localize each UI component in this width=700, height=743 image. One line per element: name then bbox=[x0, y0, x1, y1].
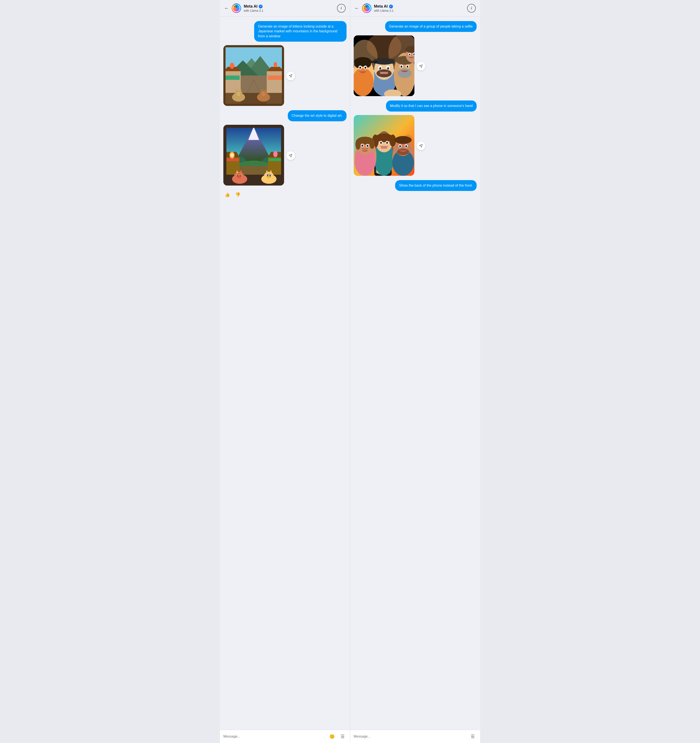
right-ai-title: Meta AI ✓ bbox=[374, 4, 465, 9]
svg-rect-145 bbox=[381, 146, 387, 149]
svg-point-150 bbox=[356, 139, 360, 150]
svg-point-143 bbox=[380, 142, 382, 144]
left-share-2-button[interactable] bbox=[286, 151, 295, 160]
svg-rect-40 bbox=[269, 158, 283, 161]
left-messages-area: Generate an image of kittens looking out… bbox=[220, 17, 350, 730]
left-share-1-button[interactable] bbox=[286, 72, 295, 80]
svg-rect-91 bbox=[380, 72, 388, 74]
svg-rect-46 bbox=[223, 125, 284, 128]
right-msg-2-row: Modify it so that I can see a phone in s… bbox=[354, 101, 477, 111]
svg-point-144 bbox=[386, 142, 388, 144]
right-verified-badge: ✓ bbox=[389, 4, 393, 9]
svg-rect-39 bbox=[224, 158, 239, 161]
left-user-bubble-1: Generate an image of kittens looking out… bbox=[254, 21, 347, 41]
right-user-bubble-1: Generate an image of a group of people t… bbox=[385, 21, 477, 32]
svg-marker-165 bbox=[419, 144, 422, 147]
left-chat-panel: ← Meta AI ✓ with Llama 3.1 i Generate an… bbox=[220, 0, 350, 743]
left-msg-1-row: Generate an image of kittens looking out… bbox=[223, 21, 347, 41]
svg-point-70 bbox=[267, 175, 268, 176]
left-header-info: Meta AI ✓ with Llama 3.1 bbox=[244, 4, 334, 12]
left-image-2-container bbox=[223, 125, 284, 186]
svg-point-58 bbox=[237, 175, 238, 176]
left-thumbdown-button[interactable]: 👎 bbox=[234, 191, 242, 198]
svg-point-99 bbox=[407, 65, 408, 68]
svg-point-21 bbox=[237, 92, 240, 96]
svg-point-59 bbox=[240, 175, 241, 176]
svg-point-151 bbox=[369, 139, 375, 149]
left-feedback-row: 👍 👎 bbox=[223, 190, 242, 200]
svg-rect-117 bbox=[387, 90, 398, 96]
left-message-input[interactable] bbox=[223, 734, 326, 739]
right-share-2-button[interactable] bbox=[416, 142, 425, 150]
svg-point-11 bbox=[230, 63, 234, 69]
right-image-1[interactable] bbox=[354, 36, 414, 96]
left-user-bubble-2: Change the art style to digital art. bbox=[288, 110, 347, 121]
left-verified-badge: ✓ bbox=[259, 4, 263, 9]
right-ai-name: Meta AI bbox=[374, 4, 388, 9]
left-ai-subtitle: with Llama 3.1 bbox=[244, 9, 334, 12]
right-img-2-row bbox=[354, 115, 477, 177]
left-emoji-button[interactable]: 🙂 bbox=[328, 733, 336, 740]
svg-point-155 bbox=[367, 145, 368, 147]
svg-marker-27 bbox=[289, 75, 292, 77]
svg-point-163 bbox=[399, 145, 401, 147]
left-back-button[interactable]: ← bbox=[224, 6, 229, 11]
svg-point-42 bbox=[230, 153, 234, 157]
left-msg-2-row: Change the art style to digital art. bbox=[223, 110, 347, 121]
svg-rect-83 bbox=[371, 61, 378, 63]
left-info-button[interactable]: i bbox=[337, 4, 346, 13]
left-menu-button[interactable]: ☰ bbox=[339, 733, 347, 740]
left-header: ← Meta AI ✓ with Llama 3.1 i bbox=[220, 0, 350, 17]
right-input-area: ☰ bbox=[350, 730, 480, 743]
svg-point-88 bbox=[387, 67, 389, 70]
svg-point-154 bbox=[362, 145, 363, 147]
svg-point-90 bbox=[387, 68, 388, 68]
left-thumbup-button[interactable]: 👍 bbox=[223, 191, 231, 198]
svg-point-164 bbox=[405, 145, 407, 147]
right-header-info: Meta AI ✓ with Llama 3.1 bbox=[374, 4, 465, 12]
svg-point-43 bbox=[273, 151, 278, 157]
right-msg-3-row: Show the back of the phone instead of th… bbox=[354, 180, 477, 191]
left-ai-name: Meta AI bbox=[244, 4, 257, 9]
left-img-1-row bbox=[223, 45, 347, 107]
svg-point-71 bbox=[270, 175, 271, 176]
svg-point-94 bbox=[398, 68, 412, 78]
right-msg-1-row: Generate an image of a group of people t… bbox=[354, 21, 477, 32]
right-back-button[interactable]: ← bbox=[354, 6, 359, 11]
right-header: ← Meta AI ✓ with Llama 3.1 i bbox=[350, 0, 480, 17]
svg-point-26 bbox=[262, 92, 265, 96]
right-info-button[interactable]: i bbox=[467, 4, 476, 13]
left-image-1-container bbox=[223, 45, 284, 107]
left-ai-title: Meta AI ✓ bbox=[244, 4, 334, 9]
left-meta-ai-icon bbox=[232, 3, 241, 13]
right-img-1-row bbox=[354, 36, 477, 97]
left-input-area: 🙂 ☰ bbox=[220, 730, 350, 743]
right-meta-ai-icon bbox=[362, 3, 371, 13]
svg-rect-16 bbox=[223, 93, 284, 106]
left-image-2[interactable] bbox=[223, 125, 284, 185]
svg-point-114 bbox=[409, 53, 410, 55]
svg-marker-72 bbox=[289, 154, 292, 157]
right-chat-panel: ← Meta AI ✓ with Llama 3.1 i Generate an… bbox=[350, 0, 480, 743]
right-user-bubble-3: Show the back of the phone instead of th… bbox=[395, 180, 477, 191]
right-share-1-button[interactable] bbox=[416, 62, 425, 71]
right-message-input[interactable] bbox=[354, 734, 467, 739]
svg-point-98 bbox=[400, 65, 402, 68]
svg-point-89 bbox=[379, 68, 380, 68]
svg-point-87 bbox=[379, 67, 381, 70]
right-menu-button[interactable]: ☰ bbox=[469, 733, 477, 740]
svg-point-159 bbox=[395, 136, 412, 144]
right-ai-subtitle: with Llama 3.1 bbox=[374, 9, 465, 12]
left-image-1[interactable] bbox=[223, 45, 284, 106]
left-img-2-row bbox=[223, 125, 347, 186]
svg-marker-118 bbox=[419, 65, 422, 68]
right-messages-area: Generate an image of a group of people t… bbox=[350, 17, 480, 730]
svg-rect-13 bbox=[224, 75, 240, 80]
right-image-2-container bbox=[354, 115, 414, 177]
right-user-bubble-2: Modify it so that I can see a phone in s… bbox=[386, 101, 477, 111]
svg-point-12 bbox=[274, 62, 277, 67]
svg-point-108 bbox=[359, 67, 361, 69]
right-image-2[interactable] bbox=[354, 115, 414, 176]
svg-point-109 bbox=[365, 67, 366, 69]
svg-rect-14 bbox=[268, 75, 283, 80]
